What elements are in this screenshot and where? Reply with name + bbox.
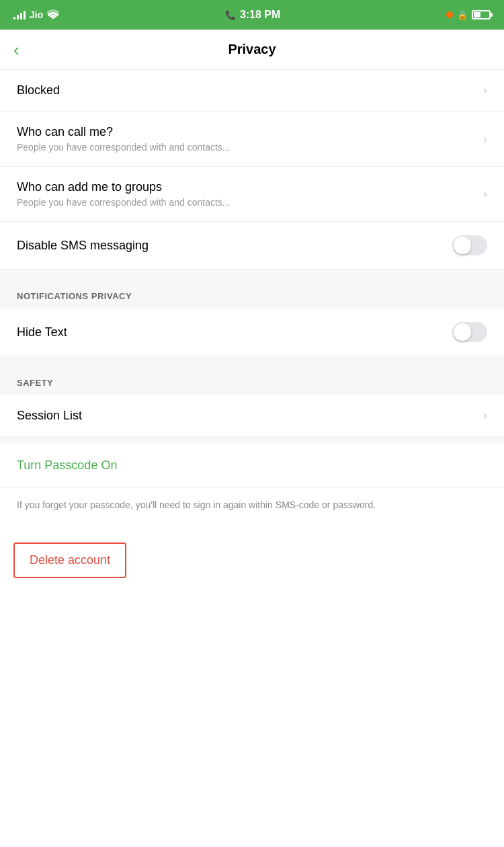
blocked-item-left: Blocked <box>17 83 483 97</box>
spacer-2 <box>0 356 504 363</box>
disable-sms-label: Disable SMS messaging <box>17 239 149 253</box>
chevron-icon: › <box>483 83 487 97</box>
delete-account-section: Delete account <box>0 529 504 592</box>
who-can-add-title: Who can add me to groups <box>17 180 483 194</box>
disable-sms-row: Disable SMS messaging <box>0 222 504 270</box>
passcode-section: Turn Passcode On <box>0 444 504 488</box>
session-list-title: Session List <box>17 409 483 423</box>
page-title: Privacy <box>228 42 276 57</box>
safety-title: SAFETY <box>17 378 53 388</box>
notifications-privacy-header: NOTIFICATIONS PRIVACY <box>0 276 504 309</box>
toggle-knob <box>454 237 471 254</box>
turn-passcode-on-button[interactable]: Turn Passcode On <box>17 458 117 472</box>
carrier-name: Jio <box>30 9 43 20</box>
session-list-item[interactable]: Session List › <box>0 395 504 437</box>
status-bar: Jio 📞 3:18 PM 🔒 <box>0 0 504 30</box>
signal-bars <box>13 10 26 19</box>
content-area: Blocked › Who can call me? People you ha… <box>0 70 504 592</box>
notifications-privacy-title: NOTIFICATIONS PRIVACY <box>17 291 132 301</box>
chevron-icon: › <box>483 132 487 146</box>
passcode-note: If you forget your passcode, you'll need… <box>0 488 504 529</box>
blocked-item-title: Blocked <box>17 83 483 97</box>
hide-text-row: Hide Text <box>0 309 504 356</box>
chevron-icon: › <box>483 409 487 423</box>
hide-text-label: Hide Text <box>17 325 67 339</box>
who-can-call-item-left: Who can call me? People you have corresp… <box>17 125 483 153</box>
status-time: 3:18 PM <box>240 9 280 21</box>
battery-fill <box>474 12 480 17</box>
chevron-icon: › <box>483 187 487 201</box>
orange-dot <box>446 11 453 18</box>
hide-text-toggle[interactable] <box>452 322 487 342</box>
who-can-add-subtitle: People you have corresponded with and co… <box>17 197 483 208</box>
spacer-3 <box>0 437 504 444</box>
disable-sms-toggle[interactable] <box>452 235 487 255</box>
who-can-call-subtitle: People you have corresponded with and co… <box>17 142 483 153</box>
status-right: 🔒 <box>446 10 491 20</box>
toggle-knob-2 <box>454 323 471 341</box>
status-center: 📞 3:18 PM <box>225 9 280 21</box>
who-can-add-item[interactable]: Who can add me to groups People you have… <box>0 167 504 222</box>
phone-icon: 📞 <box>225 10 236 20</box>
safety-header: SAFETY <box>0 363 504 395</box>
who-can-add-item-left: Who can add me to groups People you have… <box>17 180 483 208</box>
who-can-call-item[interactable]: Who can call me? People you have corresp… <box>0 112 504 167</box>
nav-bar: ‹ Privacy <box>0 30 504 70</box>
delete-account-button[interactable]: Delete account <box>13 542 126 578</box>
who-can-call-title: Who can call me? <box>17 125 483 139</box>
passcode-note-text: If you forget your passcode, you'll need… <box>17 499 376 510</box>
wifi-icon <box>47 9 59 21</box>
back-button[interactable]: ‹ <box>13 41 19 58</box>
battery-indicator <box>472 10 491 19</box>
blocked-item[interactable]: Blocked › <box>0 70 504 112</box>
spacer-1 <box>0 270 504 276</box>
status-left: Jio <box>13 9 59 21</box>
session-list-item-left: Session List <box>17 409 483 423</box>
lock-icon: 🔒 <box>457 10 468 20</box>
